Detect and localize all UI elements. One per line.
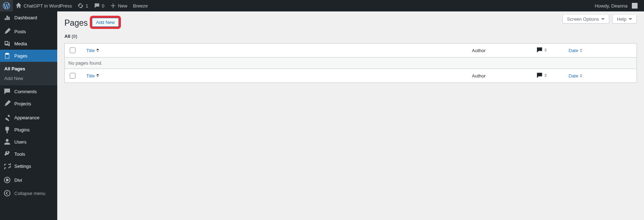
filter-all-count: (0) bbox=[72, 34, 77, 39]
menu-dashboard-label: Dashboard bbox=[14, 15, 37, 20]
menu-comments[interactable]: Comments bbox=[0, 85, 57, 98]
column-title-footer[interactable]: Title bbox=[86, 73, 99, 79]
breeze-label: Breeze bbox=[133, 3, 148, 9]
screen-options-label: Screen Options bbox=[567, 16, 599, 22]
menu-appearance[interactable]: Appearance bbox=[0, 111, 57, 124]
select-all-top[interactable] bbox=[70, 48, 75, 53]
menu-users[interactable]: Users bbox=[0, 136, 57, 148]
column-comments[interactable] bbox=[536, 47, 547, 53]
howdy-label: Howdy, Deanna bbox=[595, 3, 628, 9]
new-content[interactable]: New bbox=[107, 0, 130, 11]
submenu-all-pages[interactable]: All Pages bbox=[0, 64, 57, 74]
menu-settings[interactable]: Settings bbox=[0, 160, 57, 172]
filter-all[interactable]: All (0) bbox=[64, 34, 77, 39]
comment-icon bbox=[536, 47, 543, 53]
column-author-label: Author bbox=[472, 73, 486, 79]
column-author-label: Author bbox=[472, 48, 486, 53]
add-new-button[interactable]: Add New bbox=[92, 18, 119, 27]
column-date-footer[interactable]: Date bbox=[569, 73, 582, 79]
column-date-label: Date bbox=[569, 48, 578, 53]
menu-posts[interactable]: Posts bbox=[0, 25, 57, 38]
updates[interactable]: 1 bbox=[75, 0, 91, 11]
sort-icon bbox=[96, 74, 99, 78]
menu-tools-label: Tools bbox=[14, 151, 25, 157]
site-title-label: ChatGPT in WordPress bbox=[24, 3, 72, 9]
no-items-message: No pages found. bbox=[65, 58, 636, 69]
comments-bubble[interactable]: 0 bbox=[91, 0, 107, 11]
new-label: New bbox=[118, 3, 127, 9]
menu-divi[interactable]: Divi bbox=[0, 174, 57, 186]
submenu-add-new[interactable]: Add New bbox=[0, 74, 57, 83]
menu-media-label: Media bbox=[14, 41, 27, 46]
menu-media[interactable]: Media bbox=[0, 38, 57, 50]
column-date[interactable]: Date bbox=[569, 48, 582, 53]
filter-all-label: All bbox=[64, 34, 70, 39]
column-title-label: Title bbox=[86, 73, 95, 79]
select-all-bottom[interactable] bbox=[70, 73, 75, 79]
menu-plugins-label: Plugins bbox=[14, 127, 30, 132]
menu-projects-label: Projects bbox=[14, 101, 31, 106]
sort-icon bbox=[96, 49, 99, 52]
wp-logo[interactable] bbox=[0, 0, 13, 11]
help-label: Help bbox=[617, 16, 626, 22]
collapse-menu[interactable]: Collapse menu bbox=[0, 186, 57, 200]
breeze-menu[interactable]: Breeze bbox=[130, 0, 151, 11]
avatar bbox=[632, 3, 638, 9]
menu-pages-label: Pages bbox=[14, 53, 28, 59]
comment-icon bbox=[536, 72, 543, 79]
column-title-label: Title bbox=[86, 48, 95, 53]
add-new-highlight: Add New bbox=[90, 16, 121, 29]
page-title: Pages bbox=[64, 15, 88, 29]
menu-dashboard[interactable]: Dashboard bbox=[0, 11, 57, 24]
menu-pages[interactable]: Pages bbox=[0, 50, 57, 62]
chevron-down-icon bbox=[629, 18, 632, 20]
my-account[interactable]: Howdy, Deanna bbox=[592, 0, 640, 11]
menu-tools[interactable]: Tools bbox=[0, 148, 57, 160]
screen-options-button[interactable]: Screen Options bbox=[562, 15, 610, 24]
collapse-menu-label: Collapse menu bbox=[14, 191, 45, 196]
help-button[interactable]: Help bbox=[612, 15, 637, 24]
menu-comments-label: Comments bbox=[14, 89, 37, 94]
view-filters: All (0) bbox=[64, 34, 637, 39]
menu-settings-label: Settings bbox=[14, 164, 31, 169]
menu-posts-label: Posts bbox=[14, 29, 26, 34]
updates-count: 1 bbox=[86, 3, 88, 9]
menu-plugins[interactable]: Plugins bbox=[0, 124, 57, 136]
sort-icon bbox=[544, 74, 547, 77]
menu-divi-label: Divi bbox=[14, 178, 22, 183]
menu-appearance-label: Appearance bbox=[14, 115, 39, 120]
column-title[interactable]: Title bbox=[86, 48, 99, 53]
column-date-label: Date bbox=[569, 73, 578, 79]
menu-pages-submenu: All Pages Add New bbox=[0, 62, 57, 85]
svg-point-1 bbox=[4, 190, 10, 196]
sort-icon bbox=[544, 48, 547, 52]
comments-count: 0 bbox=[102, 3, 104, 9]
menu-projects[interactable]: Projects bbox=[0, 98, 57, 110]
menu-users-label: Users bbox=[14, 139, 26, 145]
sort-icon bbox=[580, 49, 582, 52]
site-name[interactable]: ChatGPT in WordPress bbox=[13, 0, 75, 11]
column-comments-footer[interactable] bbox=[536, 72, 547, 79]
sort-icon bbox=[580, 74, 582, 78]
chevron-down-icon bbox=[601, 18, 605, 20]
pages-table: Title Author Date bbox=[64, 43, 637, 83]
